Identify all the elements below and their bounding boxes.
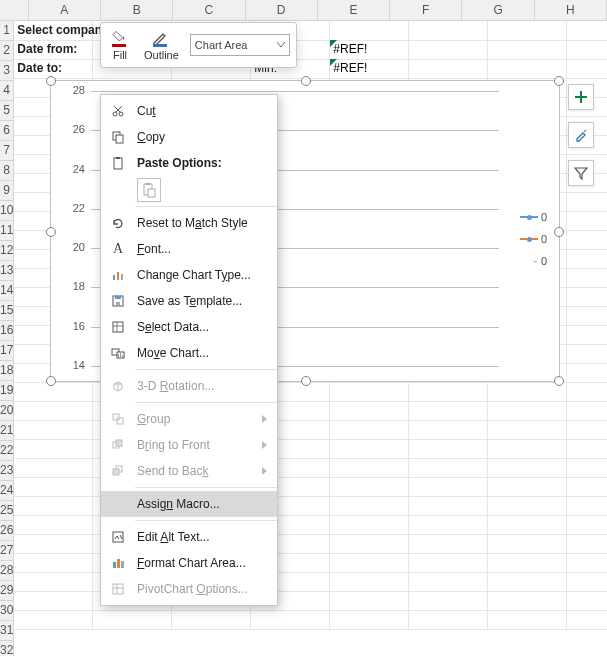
y-tick-label: 20 [57, 241, 85, 253]
chart-filters-button[interactable] [568, 160, 594, 186]
scissors-icon [109, 102, 127, 120]
row-header[interactable]: 12 [0, 241, 14, 261]
col-header[interactable]: G [462, 0, 534, 20]
row-header[interactable]: 15 [0, 301, 14, 321]
menu-change-chart-type[interactable]: Change Chart Type... [101, 262, 277, 288]
row-header[interactable]: 31 [0, 621, 14, 641]
cell-E3[interactable]: #REF! [330, 59, 409, 79]
menu-font[interactable]: A Font... [101, 236, 277, 262]
menu-reset-style[interactable]: Reset to Match Style [101, 210, 277, 236]
resize-handle[interactable] [301, 76, 311, 86]
resize-handle[interactable] [46, 76, 56, 86]
row-header[interactable]: 13 [0, 261, 14, 281]
row-header[interactable]: 2 [0, 41, 14, 61]
row-header[interactable]: 3 [0, 61, 14, 81]
menu-format-chart-area[interactable]: Format Chart Area... [101, 550, 277, 576]
col-header[interactable]: B [101, 0, 173, 20]
row-header[interactable]: 28 [0, 561, 14, 581]
resize-handle[interactable] [46, 227, 56, 237]
paste-option-button[interactable] [137, 178, 161, 202]
mini-toolbar: Fill Outline Chart Area [100, 22, 297, 68]
legend-entry[interactable]: ···0 [533, 255, 547, 267]
row-header[interactable]: 23 [0, 461, 14, 481]
menu-label: Copy [137, 130, 267, 144]
menu-cut[interactable]: Cut [101, 98, 277, 124]
cell-A2[interactable]: Date from: [14, 40, 93, 60]
blank-icon [109, 495, 127, 513]
row-header[interactable]: 26 [0, 521, 14, 541]
legend-entry[interactable]: 0 [520, 211, 547, 223]
row-header[interactable]: 1 [0, 21, 14, 41]
cell-A1[interactable]: Select company: [14, 21, 93, 41]
column-header-row: A B C D E F G H [0, 0, 607, 21]
row-header[interactable]: 30 [0, 601, 14, 621]
row-header[interactable]: 24 [0, 481, 14, 501]
chart-element-combo[interactable]: Chart Area [190, 34, 290, 56]
row-header[interactable]: 4 [0, 81, 14, 101]
row-header[interactable]: 9 [0, 181, 14, 201]
svg-rect-31 [117, 559, 120, 568]
row-header[interactable]: 17 [0, 341, 14, 361]
svg-rect-26 [116, 440, 122, 446]
row-header[interactable]: 20 [0, 401, 14, 421]
y-tick-label: 28 [57, 84, 85, 96]
chart-elements-button[interactable] [568, 84, 594, 110]
bring-front-icon [109, 436, 127, 454]
cell-E2[interactable]: #REF! [330, 40, 409, 60]
row-header[interactable]: 25 [0, 501, 14, 521]
resize-handle[interactable] [554, 76, 564, 86]
menu-alt-text[interactable]: Edit Alt Text... [101, 524, 277, 550]
row-header[interactable]: 8 [0, 161, 14, 181]
resize-handle[interactable] [554, 227, 564, 237]
row-header[interactable]: 7 [0, 141, 14, 161]
resize-handle[interactable] [46, 376, 56, 386]
row-header[interactable]: 21 [0, 421, 14, 441]
select-all-corner[interactable] [0, 0, 29, 20]
row-header[interactable]: 19 [0, 381, 14, 401]
svg-rect-33 [113, 584, 123, 594]
row-header[interactable]: 18 [0, 361, 14, 381]
copy-icon [109, 128, 127, 146]
col-header[interactable]: H [535, 0, 607, 20]
row-headers: 1 2 3 4 5 6 7 8 9 10 11 12 13 14 15 16 1… [0, 21, 14, 656]
svg-rect-13 [121, 274, 123, 280]
row-header[interactable]: 6 [0, 121, 14, 141]
menu-send-back: Send to Back [101, 458, 277, 484]
menu-move-chart[interactable]: Move Chart... [101, 340, 277, 366]
col-header[interactable]: C [173, 0, 245, 20]
col-header[interactable]: A [29, 0, 101, 20]
row-header[interactable]: 10 [0, 201, 14, 221]
menu-save-template[interactable]: Save as Template... [101, 288, 277, 314]
menu-select-data[interactable]: Select Data... [101, 314, 277, 340]
format-icon [109, 554, 127, 572]
svg-rect-1 [153, 44, 167, 47]
svg-rect-24 [117, 418, 123, 424]
legend-entry[interactable]: 0 [520, 233, 547, 245]
svg-rect-17 [113, 322, 123, 332]
outline-label: Outline [144, 50, 179, 61]
col-header[interactable]: D [246, 0, 318, 20]
row-header[interactable]: 11 [0, 221, 14, 241]
send-back-icon [109, 462, 127, 480]
menu-label: 3-D Rotation... [137, 379, 267, 393]
row-header[interactable]: 32 [0, 641, 14, 656]
row-header[interactable]: 27 [0, 541, 14, 561]
outline-button[interactable]: Outline [141, 27, 182, 63]
resize-handle[interactable] [554, 376, 564, 386]
col-header[interactable]: E [318, 0, 390, 20]
font-icon: A [109, 240, 127, 258]
menu-copy[interactable]: Copy [101, 124, 277, 150]
svg-rect-5 [116, 135, 123, 143]
svg-rect-28 [113, 469, 119, 475]
row-header[interactable]: 5 [0, 101, 14, 121]
resize-handle[interactable] [301, 376, 311, 386]
menu-assign-macro[interactable]: Assign Macro... [101, 491, 277, 517]
row-header[interactable]: 29 [0, 581, 14, 601]
svg-rect-30 [113, 562, 116, 568]
row-header[interactable]: 22 [0, 441, 14, 461]
col-header[interactable]: F [390, 0, 462, 20]
row-header[interactable]: 16 [0, 321, 14, 341]
chart-styles-button[interactable] [568, 122, 594, 148]
row-header[interactable]: 14 [0, 281, 14, 301]
fill-button[interactable]: Fill [107, 27, 133, 63]
